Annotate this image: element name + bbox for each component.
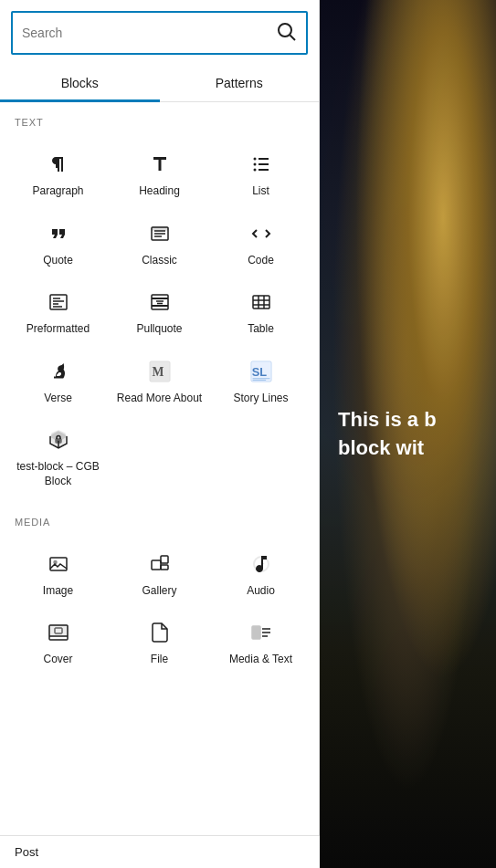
block-audio-label: Audio [247, 584, 275, 599]
block-preformatted[interactable]: Preformatted [7, 277, 109, 346]
block-image[interactable]: Image [7, 539, 109, 608]
svg-rect-12 [152, 227, 168, 230]
svg-rect-23 [253, 296, 269, 309]
block-quote[interactable]: Quote [7, 208, 109, 277]
block-table-label: Table [248, 322, 274, 337]
svg-rect-34 [56, 439, 61, 443]
section-label-text: TEXT [0, 102, 319, 135]
read-more-about-icon: M [145, 357, 174, 386]
svg-rect-44 [252, 626, 260, 639]
block-verse[interactable]: Verse [7, 346, 109, 415]
block-file[interactable]: File [109, 607, 210, 676]
text-blocks-grid: Paragraph Heading List Quote [0, 135, 319, 502]
svg-rect-39 [161, 565, 168, 570]
search-button[interactable] [275, 20, 297, 46]
block-table[interactable]: Table [210, 277, 311, 346]
block-cover-label: Cover [43, 653, 72, 667]
right-panel: This is a b block wit [320, 0, 496, 868]
test-block-icon [44, 425, 73, 455]
block-heading[interactable]: Heading [109, 139, 210, 208]
code-icon [247, 219, 276, 248]
media-text-icon [247, 618, 276, 647]
tab-patterns[interactable]: Patterns [160, 67, 320, 102]
bottom-bar: Post [0, 835, 320, 868]
block-test-block[interactable]: test-block – CGB Block [7, 414, 109, 497]
svg-text:M: M [152, 365, 164, 379]
svg-text:SL: SL [251, 365, 267, 379]
file-icon [145, 618, 174, 647]
list-icon [247, 150, 276, 179]
search-box [11, 11, 308, 55]
audio-icon [247, 549, 276, 579]
block-cover[interactable]: Cover [7, 607, 109, 676]
block-verse-label: Verse [44, 392, 72, 406]
cover-icon [44, 618, 73, 647]
block-preformatted-label: Preformatted [26, 322, 90, 337]
block-story-lines-label: Story Lines [233, 392, 288, 406]
block-media-text-label: Media & Text [229, 653, 292, 667]
block-paragraph[interactable]: Paragraph [7, 139, 109, 208]
table-icon [247, 288, 276, 317]
left-panel: Blocks Patterns TEXT Paragraph Heading [0, 0, 320, 868]
block-classic[interactable]: Classic [109, 208, 210, 277]
block-list-label: List [252, 184, 269, 199]
preview-image: This is a b block wit [320, 0, 496, 868]
svg-point-36 [54, 560, 57, 563]
block-classic-label: Classic [142, 254, 177, 268]
block-media-text[interactable]: Media & Text [210, 607, 311, 676]
block-pullquote-label: Pullquote [136, 322, 182, 337]
svg-line-1 [290, 36, 296, 41]
block-list[interactable]: List [210, 139, 311, 208]
section-label-media: MEDIA [0, 502, 319, 535]
quote-icon [44, 219, 73, 248]
image-icon [44, 549, 73, 579]
block-test-block-label: test-block – CGB Block [13, 460, 103, 488]
media-blocks-grid: Image Gallery Audio [0, 535, 319, 680]
classic-icon [145, 219, 174, 248]
paragraph-icon [44, 150, 73, 179]
search-icon [275, 20, 297, 42]
bottom-bar-label: Post [15, 845, 38, 859]
preformatted-icon [44, 288, 73, 317]
search-container [0, 0, 319, 55]
gallery-icon [145, 549, 174, 579]
svg-rect-38 [161, 556, 168, 563]
svg-rect-35 [50, 558, 67, 570]
search-input[interactable] [22, 26, 275, 40]
block-story-lines[interactable]: SL Story Lines [210, 346, 311, 415]
block-gallery-label: Gallery [142, 584, 176, 599]
block-heading-label: Heading [139, 184, 180, 199]
svg-rect-42 [49, 625, 68, 636]
block-pullquote[interactable]: Pullquote [109, 277, 210, 346]
tabs: Blocks Patterns [0, 66, 319, 102]
verse-icon [44, 357, 73, 386]
block-image-label: Image [43, 584, 73, 599]
block-read-more-about[interactable]: M Read More About [109, 346, 210, 415]
svg-point-0 [279, 24, 291, 37]
svg-rect-18 [152, 295, 168, 309]
block-paragraph-label: Paragraph [32, 184, 83, 199]
story-lines-icon: SL [247, 357, 276, 386]
block-gallery[interactable]: Gallery [109, 539, 210, 608]
heading-icon [145, 150, 174, 179]
pullquote-icon [145, 288, 174, 317]
block-code[interactable]: Code [210, 208, 311, 277]
svg-rect-37 [152, 560, 161, 570]
block-file-label: File [151, 653, 168, 667]
tab-blocks[interactable]: Blocks [0, 67, 160, 102]
block-quote-label: Quote [43, 254, 73, 268]
block-code-label: Code [248, 254, 274, 268]
block-read-more-about-label: Read More About [117, 392, 202, 406]
block-audio[interactable]: Audio [210, 539, 311, 608]
preview-text: This is a b block wit [338, 406, 437, 463]
